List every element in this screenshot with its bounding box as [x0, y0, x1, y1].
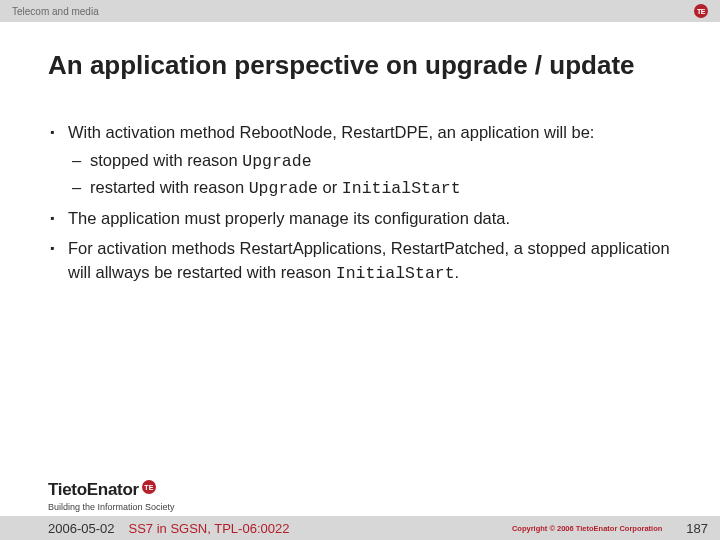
- logo-dot-icon: TE: [142, 480, 156, 494]
- topbar: Telecom and media TE: [0, 0, 720, 22]
- topbar-label: Telecom and media: [12, 6, 99, 17]
- sub-text: or: [318, 178, 342, 196]
- code-text: Upgrade: [249, 179, 318, 198]
- list-item: The application must properly manage its…: [48, 207, 672, 231]
- bullet-text: .: [455, 263, 460, 281]
- list-item: For activation methods RestartApplicatio…: [48, 237, 672, 286]
- list-item: With activation method RebootNode, Resta…: [48, 121, 672, 201]
- footer-copyright: Copyright © 2006 TietoEnator Corporation: [512, 524, 662, 533]
- title-area: An application perspective on upgrade / …: [0, 22, 720, 91]
- bullet-list: With activation method RebootNode, Resta…: [48, 121, 672, 286]
- logo-text: TietoEnator: [48, 480, 139, 500]
- sub-text: stopped with reason: [90, 151, 242, 169]
- bullet-text: The application must properly manage its…: [68, 209, 510, 227]
- slide: Telecom and media TE An application pers…: [0, 0, 720, 540]
- code-text: Upgrade: [242, 152, 311, 171]
- sub-item: stopped with reason Upgrade: [68, 149, 672, 174]
- footer-date: 2006-05-02: [48, 521, 115, 536]
- sub-item: restarted with reason Upgrade or Initial…: [68, 176, 672, 201]
- sub-list: stopped with reason Upgrade restarted wi…: [68, 149, 672, 201]
- content: With activation method RebootNode, Resta…: [0, 91, 720, 480]
- code-text: InitialStart: [336, 264, 455, 283]
- bullet-text: With activation method RebootNode, Resta…: [68, 123, 594, 141]
- sub-text: restarted with reason: [90, 178, 249, 196]
- footer: 2006-05-02 SS7 in SGSN, TPL-06:0022 Copy…: [0, 516, 720, 540]
- page-title: An application perspective on upgrade / …: [48, 50, 672, 81]
- te-badge-icon: TE: [694, 4, 708, 18]
- footer-ref: SS7 in SGSN, TPL-06:0022: [129, 521, 290, 536]
- logo-tagline: Building the Information Society: [0, 502, 720, 516]
- code-text: InitialStart: [342, 179, 461, 198]
- footer-page-number: 187: [686, 521, 708, 536]
